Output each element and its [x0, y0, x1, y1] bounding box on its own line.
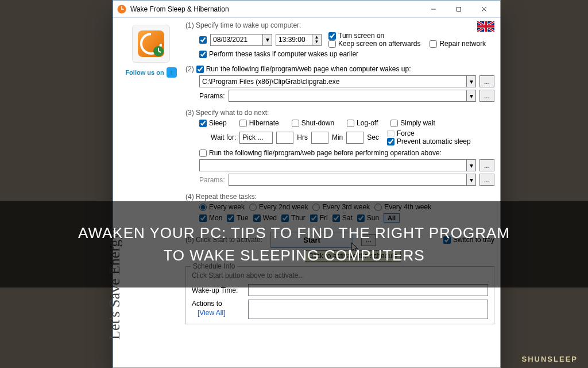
chevron-down-icon[interactable]: ▾ [466, 160, 475, 171]
prevent-sleep-checkbox[interactable]: Prevent automatic sleep [387, 137, 471, 145]
time-picker[interactable]: ▲▼ [276, 34, 322, 46]
repair-network-checkbox[interactable]: Repair network [430, 40, 486, 48]
view-all-link[interactable]: [View All] [198, 309, 243, 317]
params-input[interactable]: ▾ [229, 90, 476, 102]
svg-rect-15 [477, 25, 494, 28]
overlay-line2: TO WAKE SLEEPING COMPUTERS [163, 247, 424, 264]
step4-label: (4) Repeat these tasks: [185, 193, 494, 201]
date-enable-checkbox[interactable] [199, 36, 207, 44]
perform-earlier-checkbox[interactable]: Perform these tasks if computer wakes up… [199, 50, 494, 58]
before-program-input[interactable]: ▾ [199, 159, 476, 171]
sleep-checkbox[interactable]: Sleep [199, 119, 227, 127]
step1-label: (1) Specify time to wake up computer: [185, 21, 494, 29]
logoff-checkbox[interactable]: Log-off [347, 119, 378, 127]
application-window: Wake From Sleep & Hibernation Follow us [113, 0, 501, 368]
chevron-down-icon[interactable]: ▾ [466, 90, 475, 101]
chevron-down-icon[interactable]: ▾ [466, 174, 475, 185]
wait-hrs-input[interactable] [276, 132, 293, 144]
force-checkbox[interactable]: Force [387, 129, 471, 137]
minimize-button[interactable] [421, 1, 446, 17]
article-overlay: AWAKEN YOUR PC: TIPS TO FIND THE RIGHT P… [0, 201, 588, 288]
maximize-button[interactable] [446, 1, 471, 17]
step3-label: (3) Specify what to do next: [185, 109, 494, 117]
titlebar[interactable]: Wake From Sleep & Hibernation [113, 1, 500, 18]
wait-sec-input[interactable] [346, 132, 363, 144]
wait-for-label: Wait for: [211, 133, 236, 141]
shutdown-checkbox[interactable]: Shut-down [292, 119, 334, 127]
actions-to-label: Actions to [192, 300, 243, 308]
browse-before-button[interactable]: ... [479, 159, 494, 171]
brand-watermark: SHUNSLEEP [522, 355, 578, 363]
keep-screen-on-checkbox[interactable]: Keep screen on afterwards [328, 40, 420, 48]
close-button[interactable] [471, 1, 497, 17]
svg-rect-2 [121, 9, 124, 10]
chevron-down-icon[interactable]: ▾ [466, 76, 475, 87]
date-picker[interactable]: ▾ [210, 34, 272, 46]
hibernate-checkbox[interactable]: Hibernate [239, 119, 279, 127]
simply-wait-checkbox[interactable]: Simply wait [390, 119, 435, 127]
chevron-down-icon[interactable]: ▾ [262, 34, 272, 45]
svg-rect-4 [457, 7, 461, 11]
twitter-icon: t [167, 67, 177, 78]
actions-field [248, 300, 488, 319]
window-controls [421, 1, 497, 17]
left-panel: Follow us on t [117, 21, 185, 362]
before-params-label: Params: [199, 176, 225, 184]
program-path-input[interactable]: ▾ [199, 75, 476, 87]
wait-min-input[interactable] [311, 132, 328, 144]
window-title: Wake From Sleep & Hibernation [130, 5, 421, 13]
app-icon [117, 4, 127, 14]
browse-program-button[interactable]: ... [479, 75, 494, 87]
follow-us-link[interactable]: Follow us on t [125, 67, 176, 78]
run-on-wake-checkbox[interactable]: Run the following file/program/web page … [196, 65, 411, 73]
before-params-input[interactable]: ▾ [229, 174, 476, 186]
run-before-checkbox[interactable]: Run the following file/program/web page … [199, 149, 494, 157]
app-large-icon [132, 25, 170, 63]
browse-before-params-button[interactable]: ... [479, 174, 494, 186]
uk-flag-icon[interactable] [477, 21, 494, 32]
wait-pick-input[interactable] [239, 132, 273, 144]
step2-num: (2) [185, 65, 194, 73]
spinner-icon[interactable]: ▲▼ [312, 34, 321, 45]
follow-label: Follow us on [125, 69, 164, 76]
params-label: Params: [199, 92, 225, 100]
turn-screen-on-checkbox[interactable]: Turn screen on [328, 32, 420, 40]
overlay-line1: AWAKEN YOUR PC: TIPS TO FIND THE RIGHT P… [78, 224, 510, 242]
browse-params-button[interactable]: ... [479, 90, 494, 102]
